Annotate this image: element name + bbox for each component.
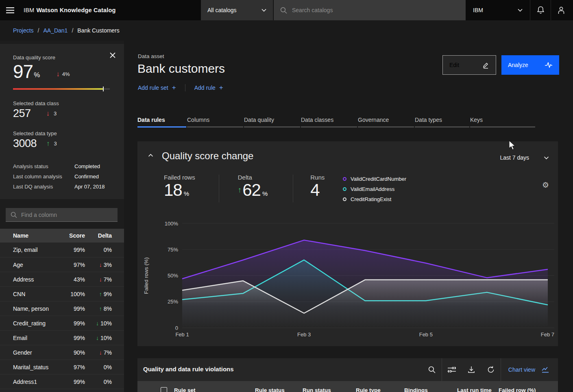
add-rule-set-link[interactable]: Add rule set+ [138, 84, 176, 92]
meta-value: Apr 07, 2018 [74, 184, 105, 190]
notifications-button[interactable] [530, 0, 551, 20]
legend-label: ValidCreditCardNumber [351, 176, 406, 182]
arrow-up-icon: ↑ [46, 140, 50, 147]
breadcrumb-projects[interactable]: Projects [13, 27, 34, 34]
column-delta: ↓7% [85, 349, 124, 356]
chart-legend: ValidCreditCardNumberValidEmailAddressCr… [343, 174, 406, 204]
column-row[interactable]: Credit_rating99%↓10% [0, 316, 124, 330]
tab-data-classes[interactable]: Data classes [301, 115, 357, 128]
column-name: Gender [0, 349, 60, 356]
quality-bar-marker [103, 87, 104, 91]
activity-icon [545, 62, 553, 68]
restart-icon[interactable] [481, 358, 501, 381]
column-score: 99% [60, 305, 85, 312]
violations-col-run-status: Run status [303, 387, 331, 392]
analysis-meta-row: Last column analysisConfirmed [13, 171, 111, 182]
gear-icon[interactable]: ⚙ [542, 180, 549, 190]
breadcrumb-current: Bank Customers [77, 27, 119, 34]
column-name: Age [0, 262, 60, 268]
column-score: 99% [60, 379, 85, 385]
meta-value: Completed [74, 163, 100, 169]
violations-col-last-run-time: Last run time [457, 387, 492, 392]
chart-kpis: Failed rows 18% Delta ↑62% Runs 4 [164, 174, 325, 203]
pencil-icon [482, 62, 489, 69]
time-range-selector[interactable]: Last 7 days [500, 154, 549, 161]
column-name: Zip, email [0, 247, 60, 253]
tab-columns[interactable]: Columns [187, 115, 243, 128]
legend-item[interactable]: CreditRatingExist [343, 194, 406, 204]
download-icon[interactable] [462, 358, 481, 381]
quality-gradient-bar [13, 88, 110, 90]
legend-item[interactable]: ValidCreditCardNumber [343, 174, 406, 184]
settings-adjust-icon[interactable] [442, 358, 462, 381]
plus-icon: + [219, 84, 223, 92]
account-selector[interactable]: IBM [466, 0, 530, 20]
svg-text:100%: 100% [165, 221, 179, 227]
column-score: 43% [60, 276, 85, 283]
close-icon[interactable] [108, 50, 118, 60]
edit-button[interactable]: Edit [442, 55, 496, 75]
violations-col-rule-set: Rule set [174, 387, 196, 392]
column-row[interactable]: Marital_status97%0% [0, 360, 124, 374]
arrow-down-icon: ↓ [99, 262, 102, 268]
chevron-up-icon[interactable] [148, 154, 153, 157]
data-class-label: Selected data class [13, 100, 111, 106]
global-search[interactable] [274, 0, 466, 20]
select-all-checkbox[interactable] [161, 387, 167, 392]
column-row[interactable]: CNN100%↑9% [0, 286, 124, 301]
hamburger-menu-icon[interactable] [0, 0, 20, 20]
column-name: Email [0, 335, 60, 341]
svg-text:25%: 25% [168, 299, 178, 305]
column-row[interactable]: Name, person99%↑8% [0, 301, 124, 316]
column-name: CNN [0, 291, 60, 297]
user-icon [558, 6, 565, 14]
profile-button[interactable] [551, 0, 571, 20]
column-row[interactable]: Age97%↓3% [0, 257, 124, 272]
column-row[interactable]: Address199%0% [0, 374, 124, 389]
column-row[interactable]: Address43%↓7% [0, 272, 124, 286]
column-row[interactable]: Zip, email99%0% [0, 243, 124, 257]
column-row[interactable]: ↑ [0, 389, 124, 392]
column-name: Credit_rating [0, 320, 60, 327]
chart-view-toggle[interactable]: Chart view [501, 366, 558, 373]
tab-keys[interactable]: Keys [470, 115, 535, 128]
svg-text:50%: 50% [168, 273, 178, 279]
add-rule-link[interactable]: Add rule+ [194, 84, 223, 92]
arrow-down-icon: ↓ [99, 349, 102, 356]
breadcrumb-project[interactable]: AA_Dan1 [43, 27, 68, 34]
column-delta: ↑8% [85, 305, 124, 312]
svg-text:75%: 75% [168, 247, 178, 253]
search-icon [280, 7, 287, 14]
arrow-up-icon: ↑ [99, 305, 102, 312]
violations-card: Quality and data rule violations Chart v… [137, 358, 558, 392]
analysis-meta-list: Analysis statusCompletedLast column anal… [13, 161, 111, 192]
legend-item[interactable]: ValidEmailAddress [343, 184, 406, 194]
analyze-button[interactable]: Analyze [501, 55, 559, 75]
quality-chart-svg: 100%75%50%25%0Feb 1Feb 3Feb 5Feb 7Failed… [137, 211, 558, 341]
column-score: 97% [60, 364, 85, 370]
arrow-up-icon: ↑ [238, 186, 242, 194]
tab-data-quality[interactable]: Data quality [244, 115, 300, 128]
tab-data-types[interactable]: Data types [415, 115, 469, 128]
runs-kpi: Runs 4 [310, 174, 325, 203]
svg-text:Failed rows (%): Failed rows (%) [143, 257, 149, 294]
search-catalogs-input[interactable] [292, 7, 447, 13]
column-delta: 0% [85, 379, 124, 385]
columns-table-header: Name Score Delta [0, 229, 124, 243]
column-delta: ↑9% [85, 291, 124, 297]
asset-tabs: Data rulesColumnsData qualityData classe… [137, 115, 535, 128]
find-column-search[interactable] [6, 208, 118, 222]
data-class-value: 257 ↓ 3 [13, 107, 111, 120]
column-row[interactable]: Email99%↓10% [0, 330, 124, 345]
svg-text:Feb 5: Feb 5 [419, 331, 433, 338]
tab-data-rules[interactable]: Data rules [137, 115, 186, 128]
column-delta: ↓3% [85, 262, 124, 268]
column-row[interactable]: Gender90%↓7% [0, 345, 124, 360]
catalog-selector[interactable]: All catalogs [201, 0, 273, 20]
find-column-input[interactable] [21, 212, 111, 218]
search-icon[interactable] [422, 358, 442, 381]
delta-kpi: Delta ↑62% [238, 174, 268, 203]
tab-governance[interactable]: Governance [358, 115, 414, 128]
chevron-down-icon [261, 9, 266, 12]
quality-score-label: Data quality score [13, 54, 111, 61]
